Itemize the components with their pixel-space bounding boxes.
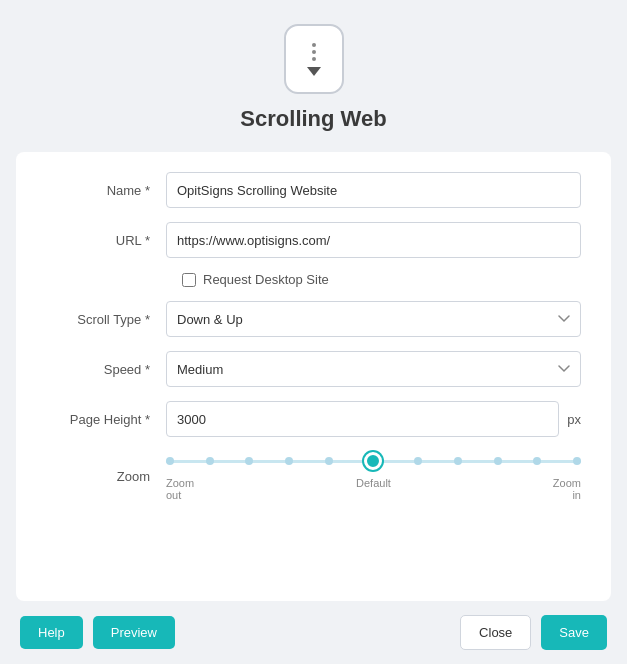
zoom-labels: Zoomout Default Zoomin xyxy=(166,477,581,501)
zoom-label: Zoom xyxy=(46,469,166,484)
zoom-tick-3 xyxy=(285,457,293,465)
close-button[interactable]: Close xyxy=(460,615,531,650)
zoom-track[interactable] xyxy=(166,451,581,471)
page-header: Scrolling Web xyxy=(0,0,627,152)
zoom-default-label: Default xyxy=(356,477,391,501)
zoom-row: Zoom xyxy=(46,451,581,501)
scrolling-web-icon xyxy=(284,24,344,94)
arrow-down-icon xyxy=(307,67,321,76)
speed-row: Speed * Slow Medium Fast xyxy=(46,351,581,387)
url-input[interactable] xyxy=(166,222,581,258)
icon-dots xyxy=(312,43,316,61)
url-label: URL * xyxy=(46,233,166,248)
scroll-type-row: Scroll Type * Down & Up Down Only Up Onl… xyxy=(46,301,581,337)
url-row: URL * xyxy=(46,222,581,258)
zoom-in-label: Zoomin xyxy=(553,477,581,501)
footer: Help Preview Close Save xyxy=(0,601,627,664)
page-height-label: Page Height * xyxy=(46,412,166,427)
dot-2 xyxy=(312,50,316,54)
speed-label: Speed * xyxy=(46,362,166,377)
speed-select[interactable]: Slow Medium Fast xyxy=(166,351,581,387)
zoom-out-label: Zoomout xyxy=(166,477,194,501)
footer-right: Close Save xyxy=(460,615,607,650)
help-button[interactable]: Help xyxy=(20,616,83,649)
name-label: Name * xyxy=(46,183,166,198)
zoom-tick-0 xyxy=(166,457,174,465)
zoom-tick-4 xyxy=(325,457,333,465)
zoom-tick-6 xyxy=(414,457,422,465)
zoom-tick-8 xyxy=(494,457,502,465)
zoom-tick-10 xyxy=(573,457,581,465)
zoom-tick-2 xyxy=(245,457,253,465)
zoom-tick-1 xyxy=(206,457,214,465)
zoom-tick-9 xyxy=(533,457,541,465)
dot-3 xyxy=(312,57,316,61)
scroll-type-select[interactable]: Down & Up Down Only Up Only xyxy=(166,301,581,337)
footer-left: Help Preview xyxy=(20,616,175,649)
desktop-site-checkbox[interactable] xyxy=(182,273,196,287)
page-title: Scrolling Web xyxy=(240,106,386,132)
desktop-site-row: Request Desktop Site xyxy=(182,272,581,287)
desktop-site-label: Request Desktop Site xyxy=(203,272,329,287)
scroll-type-label: Scroll Type * xyxy=(46,312,166,327)
zoom-tick-5-active xyxy=(364,452,382,470)
preview-button[interactable]: Preview xyxy=(93,616,175,649)
page-height-input[interactable] xyxy=(166,401,559,437)
name-input[interactable] xyxy=(166,172,581,208)
name-row: Name * xyxy=(46,172,581,208)
px-suffix: px xyxy=(567,412,581,427)
zoom-line xyxy=(166,460,581,463)
zoom-slider-container: Zoomout Default Zoomin xyxy=(166,451,581,501)
form-section: Name * URL * Request Desktop Site Scroll… xyxy=(16,152,611,601)
dot-1 xyxy=(312,43,316,47)
zoom-tick-7 xyxy=(454,457,462,465)
save-button[interactable]: Save xyxy=(541,615,607,650)
zoom-ticks xyxy=(166,452,581,470)
page-height-row: Page Height * px xyxy=(46,401,581,437)
